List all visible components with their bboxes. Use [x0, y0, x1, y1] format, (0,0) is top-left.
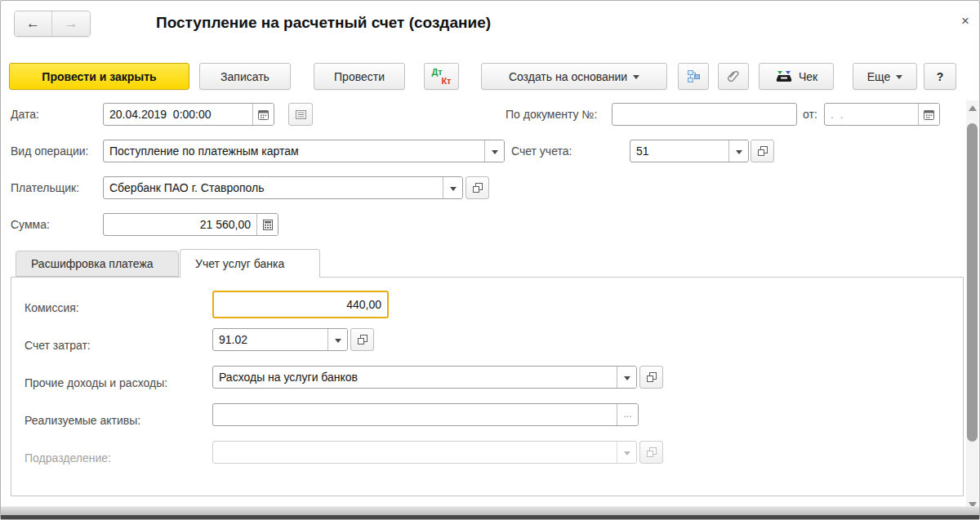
date-value: 20.04.2019 0:00:00 — [104, 104, 252, 125]
sold-assets-value — [213, 404, 617, 425]
attachments-button[interactable] — [718, 63, 749, 90]
dropdown-icon[interactable] — [443, 177, 462, 198]
expense-account-combo[interactable]: 91.02 — [212, 328, 348, 351]
document-window: ← → Поступление на расчетный счет (созда… — [0, 0, 980, 520]
scroll-up-icon[interactable] — [969, 105, 977, 111]
payer-open-button[interactable] — [466, 176, 489, 199]
other-income-expense-combo[interactable]: Расходы на услуги банков — [212, 366, 637, 389]
expense-account-label: Счет затрат: — [24, 339, 91, 352]
expense-account-open-button[interactable] — [350, 328, 374, 351]
doc-number-input[interactable] — [612, 103, 797, 126]
account-open-button[interactable] — [751, 140, 774, 162]
page-title: Поступление на расчетный счет (создание) — [156, 14, 491, 32]
dropdown-icon[interactable] — [617, 367, 636, 388]
calendar-icon[interactable] — [918, 104, 939, 125]
department-open-button — [639, 441, 663, 464]
status-bar — [1, 506, 980, 515]
check-button[interactable]: Чек — [759, 63, 834, 90]
operation-type-label: Вид операции: — [11, 144, 89, 158]
dropdown-icon[interactable] — [728, 140, 748, 162]
amount-input[interactable]: 21 560,00 — [103, 213, 278, 236]
doc-number-value — [612, 104, 796, 125]
ellipsis-icon[interactable]: ... — [617, 404, 638, 425]
show-postings-button[interactable]: Дт Кт — [424, 63, 459, 90]
doc-number-label: По документу №: — [506, 108, 597, 121]
expense-account-value: 91.02 — [213, 329, 327, 350]
other-income-expense-open-button[interactable] — [639, 366, 663, 389]
structure-button[interactable] — [678, 63, 709, 90]
open-journal-button[interactable] — [288, 103, 313, 126]
account-label: Счет учета: — [511, 144, 572, 158]
save-button[interactable]: Записать — [199, 63, 291, 90]
calendar-icon[interactable] — [252, 104, 274, 125]
dropdown-icon[interactable] — [327, 329, 347, 350]
doc-date-placeholder: . . — [825, 104, 918, 125]
sold-assets-label: Реализуемые активы: — [24, 414, 140, 427]
more-label: Еще — [867, 70, 891, 83]
open-form-icon — [472, 182, 483, 193]
payer-value: Сбербанк ПАО г. Ставрополь — [104, 177, 443, 198]
chevron-down-icon — [896, 75, 902, 79]
department-label: Подразделение: — [24, 451, 111, 464]
calculator-icon[interactable] — [256, 214, 278, 235]
date-input[interactable]: 20.04.2019 0:00:00 — [103, 103, 274, 126]
tab-label: Расшифровка платежа — [31, 257, 154, 270]
account-combo[interactable]: 51 — [630, 140, 749, 162]
post-button[interactable]: Провести — [314, 63, 405, 90]
sold-assets-input[interactable]: ... — [212, 403, 639, 426]
taskbar-edge — [1, 515, 980, 520]
doc-date-input[interactable]: . . — [824, 103, 940, 126]
dropdown-icon[interactable] — [484, 140, 504, 162]
other-income-expense-label: Прочие доходы и расходы: — [24, 376, 167, 389]
commission-value: 440,00 — [214, 292, 387, 317]
dropdown-icon — [617, 442, 636, 463]
scrollbar-thumb[interactable] — [967, 123, 978, 442]
date-label: Дата: — [11, 108, 39, 121]
post-and-close-label: Провести и закрыть — [42, 70, 156, 83]
amount-value: 21 560,00 — [104, 214, 256, 235]
bank-services-panel: Комиссия: 440,00 Счет затрат: 91.02 Проч… — [11, 277, 964, 496]
open-form-icon — [646, 371, 657, 383]
tab-label: Учет услуг банка — [195, 257, 284, 270]
open-form-icon — [357, 334, 368, 345]
hierarchy-icon — [687, 69, 701, 83]
operation-type-value: Поступление по платежным картам — [104, 140, 484, 162]
dtkt-icon: Дт Кт — [432, 68, 452, 86]
paperclip-icon — [727, 69, 741, 83]
forward-button[interactable]: → — [52, 11, 90, 36]
department-value — [213, 442, 617, 463]
back-button[interactable]: ← — [15, 11, 52, 36]
cash-register-icon — [775, 69, 793, 84]
more-button[interactable]: Еще — [853, 63, 917, 90]
payer-combo[interactable]: Сбербанк ПАО г. Ставрополь — [103, 176, 463, 199]
tab-payment-breakdown[interactable]: Расшифровка платежа — [16, 251, 179, 277]
help-button[interactable]: ? — [924, 63, 956, 90]
payer-label: Плательщик: — [11, 181, 79, 194]
save-label: Записать — [220, 70, 270, 83]
open-form-icon — [757, 145, 768, 157]
open-form-icon — [646, 447, 657, 458]
create-based-on-label: Создать на основании — [509, 70, 627, 83]
list-icon — [295, 109, 307, 121]
close-icon[interactable]: × — [955, 11, 976, 32]
operation-type-combo[interactable]: Поступление по платежным картам — [103, 140, 505, 162]
history-nav: ← → — [14, 11, 91, 37]
tab-bank-services[interactable]: Учет услуг банка — [180, 249, 320, 278]
account-value: 51 — [630, 140, 728, 162]
post-and-close-button[interactable]: Провести и закрыть — [9, 63, 189, 90]
create-based-on-button[interactable]: Создать на основании — [481, 63, 667, 90]
help-label: ? — [937, 70, 944, 83]
commission-label: Комиссия: — [24, 301, 79, 314]
doc-date-label: от: — [803, 108, 817, 121]
commission-input[interactable]: 440,00 — [212, 291, 389, 318]
post-label: Провести — [334, 70, 385, 83]
department-combo — [212, 441, 637, 464]
amount-label: Сумма: — [11, 218, 50, 231]
other-income-expense-value: Расходы на услуги банков — [213, 367, 617, 388]
check-label: Чек — [799, 70, 817, 83]
chevron-down-icon — [633, 75, 639, 79]
